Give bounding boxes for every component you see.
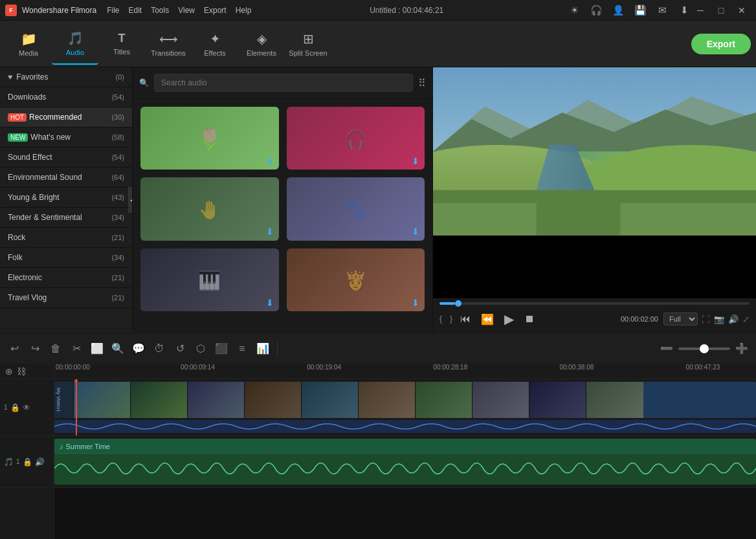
timer-button[interactable]: ⏱ bbox=[150, 340, 168, 358]
search-input[interactable] bbox=[154, 74, 413, 92]
audio-item-catwalk[interactable]: 👸 ⬇ Catwalk queen bbox=[287, 248, 425, 311]
tracks-area: 00:00:00:00 00:00:09:14 00:00:19:04 00:0… bbox=[54, 364, 756, 539]
ts-2: 00:00:19:04 bbox=[307, 364, 341, 371]
audio-item-around[interactable]: 🎧 ⬇ Around The Corner bbox=[287, 107, 425, 170]
delete-button[interactable]: 🗑 bbox=[47, 340, 65, 358]
sidebar-item-tender[interactable]: Tender & Sentimental (34) bbox=[0, 208, 132, 228]
audio-volume-icon[interactable]: 🔊 bbox=[35, 457, 45, 467]
environmental-count: (64) bbox=[111, 173, 124, 181]
sidebar-item-rock[interactable]: Rock (21) bbox=[0, 228, 132, 248]
folk-count: (34) bbox=[111, 254, 124, 261]
expand-icon[interactable]: ⤢ bbox=[742, 314, 750, 324]
menu-file[interactable]: File bbox=[107, 6, 119, 15]
video-clip[interactable]: My Video1 bbox=[54, 382, 756, 418]
mosaic-button[interactable]: ⬛ bbox=[212, 340, 230, 358]
sidebar-item-downloads[interactable]: Downloads (54) bbox=[0, 87, 132, 107]
zoom-slider[interactable] bbox=[678, 347, 730, 350]
preview-progress-bar[interactable] bbox=[439, 302, 750, 305]
folk-label: Folk bbox=[8, 253, 111, 262]
screenshot-icon[interactable]: 📷 bbox=[714, 314, 724, 324]
zoom-button[interactable]: 🔍 bbox=[109, 340, 127, 358]
audio-analyze-button[interactable]: 📊 bbox=[254, 340, 272, 358]
audio-item-story[interactable]: 🎹 ⬇ A Story bbox=[140, 248, 279, 311]
rotate-button[interactable]: ↺ bbox=[171, 340, 189, 358]
sidebar-item-whatsnew[interactable]: NEW What's new (58) bbox=[0, 127, 132, 148]
grid-view-icon[interactable]: ⠿ bbox=[418, 77, 426, 89]
sidebar-item-environmental[interactable]: Environmental Sound (64) bbox=[0, 168, 132, 188]
headphone-icon[interactable]: 🎧 bbox=[589, 3, 603, 17]
rewind-button[interactable]: ⏮ bbox=[458, 312, 473, 326]
soundeffect-count: (54) bbox=[111, 153, 124, 161]
light-icon[interactable]: ☀ bbox=[567, 3, 581, 17]
thumb-2 bbox=[131, 382, 188, 418]
account-icon[interactable]: 👤 bbox=[611, 3, 625, 17]
toolbar-transitions[interactable]: ⟷ Transitions bbox=[145, 23, 192, 65]
sidebar-item-recommended[interactable]: HOT Recommended (30) bbox=[0, 107, 132, 127]
toolbar-splitscreen[interactable]: ⊞ Split Screen bbox=[285, 23, 331, 65]
cut-button[interactable]: ✂ bbox=[67, 340, 85, 358]
menu-help[interactable]: Help bbox=[236, 6, 252, 15]
left-panel: ♥ Favorites (0) Downloads (54) HOT Recom… bbox=[0, 67, 133, 332]
audio-item-dressed[interactable]: 🐾 ⬇ Dressed as animals bbox=[287, 177, 425, 240]
ts-3: 00:00:28:18 bbox=[433, 364, 467, 371]
preview-video bbox=[433, 67, 756, 298]
lock-icon[interactable]: 🔒 bbox=[10, 403, 20, 412]
close-button[interactable]: ✕ bbox=[733, 4, 751, 17]
cacoun-thumbnail: 🤚 ⬇ bbox=[140, 177, 279, 240]
settings-button[interactable]: ≡ bbox=[233, 340, 251, 358]
toolbar-titles[interactable]: T Titles bbox=[98, 23, 145, 65]
redo-button[interactable]: ↪ bbox=[26, 340, 44, 358]
color-button[interactable]: ⬡ bbox=[192, 340, 210, 358]
export-button[interactable]: Export bbox=[691, 34, 751, 54]
audio-item-summertime[interactable]: 🌷 ⬇ Summer Time bbox=[140, 107, 279, 170]
zoom-select[interactable]: Full 75% 50% bbox=[663, 313, 698, 325]
fullscreen-icon[interactable]: ⛶ bbox=[702, 314, 710, 324]
audio-item-cacoun[interactable]: 🤚 ⬇ Cacoun bbox=[140, 177, 279, 240]
toolbar-audio[interactable]: 🎵 Audio bbox=[52, 23, 98, 65]
sidebar-item-soundeffect[interactable]: Sound Effect (54) bbox=[0, 148, 132, 168]
add-track-icon[interactable]: ⊕ bbox=[5, 366, 13, 377]
toolbar-elements[interactable]: ◈ Elements bbox=[238, 23, 285, 65]
sidebar-item-youngbright[interactable]: Young & Bright (43) bbox=[0, 188, 132, 208]
menu-export[interactable]: Export bbox=[204, 6, 227, 15]
ts-0: 00:00:00:00 bbox=[56, 364, 90, 371]
zoom-out-button[interactable]: ➖ bbox=[658, 340, 676, 358]
transitions-icon: ⟷ bbox=[159, 31, 178, 47]
download-icon: ⬇ bbox=[412, 156, 419, 166]
sidebar-item-folk[interactable]: Folk (34) bbox=[0, 248, 132, 268]
download-icon[interactable]: ⬇ bbox=[677, 3, 691, 17]
text-button[interactable]: 💬 bbox=[129, 340, 148, 358]
panel-collapse-button[interactable]: ◀ bbox=[128, 187, 133, 213]
menu-tools[interactable]: Tools bbox=[151, 6, 169, 15]
toolbar-media[interactable]: 📁 Media bbox=[5, 23, 52, 65]
app-name: Wondershare Filmora bbox=[22, 6, 96, 15]
favorites-count: (0) bbox=[116, 73, 124, 81]
mail-icon[interactable]: ✉ bbox=[655, 3, 669, 17]
play-button[interactable]: ▶ bbox=[502, 310, 517, 328]
sidebar-item-favorites[interactable]: ♥ Favorites (0) bbox=[0, 67, 132, 87]
sidebar-item-travelvlog[interactable]: Travel Vlog (21) bbox=[0, 288, 132, 308]
recommended-count: (30) bbox=[111, 113, 124, 121]
track-controls: ⊕ ⛓ 1 🔒 👁 🎵 1 🔒 bbox=[0, 364, 54, 539]
save-icon[interactable]: 💾 bbox=[633, 3, 647, 17]
toolbar-effects[interactable]: ✦ Effects bbox=[192, 23, 238, 65]
travelvlog-label: Travel Vlog bbox=[8, 293, 111, 302]
sidebar-item-electronic[interactable]: Electronic (21) bbox=[0, 268, 132, 288]
stop-button[interactable]: ⏹ bbox=[522, 312, 537, 326]
soundeffect-label: Sound Effect bbox=[8, 153, 111, 162]
eye-icon[interactable]: 👁 bbox=[23, 403, 30, 412]
minimize-button[interactable]: ─ bbox=[691, 4, 709, 17]
audio-clip-header[interactable]: ♪ Summer Time bbox=[54, 439, 756, 454]
transitions-label: Transitions bbox=[151, 49, 185, 57]
menu-view[interactable]: View bbox=[178, 6, 195, 15]
volume-icon[interactable]: 🔊 bbox=[728, 314, 739, 324]
audio-lock-icon[interactable]: 🔒 bbox=[23, 457, 32, 467]
zoom-in-button[interactable]: ➕ bbox=[733, 340, 751, 358]
menu-edit[interactable]: Edit bbox=[129, 6, 142, 15]
link-icon[interactable]: ⛓ bbox=[17, 366, 26, 377]
maximize-button[interactable]: □ bbox=[712, 4, 730, 17]
step-back-button[interactable]: ⏪ bbox=[478, 312, 496, 327]
video-track-control: 1 🔒 👁 bbox=[0, 379, 54, 436]
crop-button[interactable]: ⬜ bbox=[88, 340, 106, 358]
undo-button[interactable]: ↩ bbox=[5, 340, 23, 358]
